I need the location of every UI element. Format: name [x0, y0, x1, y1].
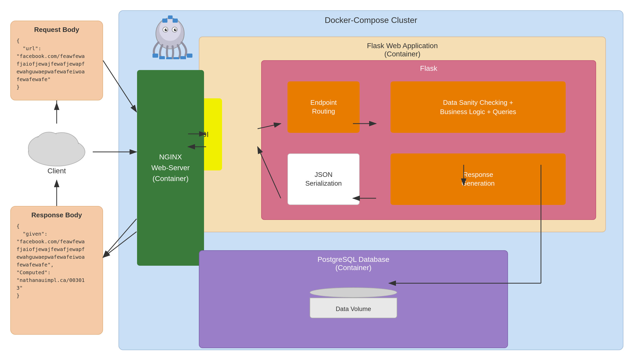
svg-rect-11 [173, 57, 179, 59]
svg-rect-14 [162, 19, 167, 23]
json-serialization-box: JSONSerialization [287, 153, 360, 205]
data-sanity-box: Data Sanity Checking +Business Logic + Q… [391, 81, 566, 133]
request-body-box: Request Body { "url": "facebook.com/feaw… [10, 21, 103, 100]
svg-rect-15 [173, 19, 178, 23]
octopus-icon [147, 13, 193, 59]
endpoint-routing-label: EndpointRouting [310, 98, 337, 116]
svg-point-4 [165, 29, 167, 31]
flask-app-label: Flask Web Application(Container) [367, 42, 438, 58]
flask-inner-label: Flask [420, 64, 437, 73]
cylinder-body: Data Volume [310, 298, 397, 318]
endpoint-routing-box: EndpointRouting [287, 81, 360, 133]
response-generation-box: ResponseGeneration [391, 153, 566, 205]
data-sanity-label: Data Sanity Checking +Business Logic + Q… [440, 98, 516, 117]
request-body-title: Request Body [16, 26, 97, 34]
svg-point-7 [175, 29, 176, 30]
response-body-box: Response Body { "given": "facebook.com/f… [10, 206, 103, 335]
nginx-box: NGINXWeb-Server(Container) [137, 70, 204, 266]
postgres-label: PostgreSQL Database(Container) [317, 255, 389, 272]
nginx-label: NGINXWeb-Server(Container) [151, 152, 190, 184]
svg-rect-16 [168, 15, 173, 19]
svg-point-6 [166, 29, 167, 30]
flask-app-container: Flask Web Application(Container) Flask E… [199, 37, 606, 232]
svg-rect-10 [166, 57, 172, 59]
svg-rect-8 [152, 54, 158, 58]
client-label: Client [47, 167, 66, 175]
data-volume-label: Data Volume [336, 305, 371, 313]
svg-point-5 [174, 29, 176, 31]
svg-rect-13 [187, 54, 192, 58]
cylinder-top [310, 287, 397, 298]
svg-point-24 [37, 133, 61, 153]
data-volume: Data Volume [310, 287, 397, 318]
response-body-content: { "given": "facebook.com/feawfewa fjaiof… [16, 222, 97, 299]
json-serial-label: JSONSerialization [305, 170, 342, 188]
response-body-title: Response Body [16, 211, 97, 219]
diagram-area: Docker-Compose Cluster Flask Web Applica… [0, 0, 644, 362]
response-gen-label: ResponseGeneration [462, 170, 495, 188]
docker-compose-cluster: Docker-Compose Cluster Flask Web Applica… [118, 10, 623, 350]
request-body-content: { "url": "facebook.com/feawfewa fjaiofje… [16, 37, 97, 91]
docker-cluster-label: Docker-Compose Cluster [325, 15, 417, 25]
client-cloud: Client [21, 124, 93, 180]
svg-rect-9 [159, 56, 165, 59]
flask-inner-box: Flask EndpointRouting Data Sanity Checki… [261, 60, 596, 220]
svg-rect-12 [180, 56, 186, 59]
postgres-container: PostgreSQL Database(Container) Data Volu… [199, 250, 508, 348]
